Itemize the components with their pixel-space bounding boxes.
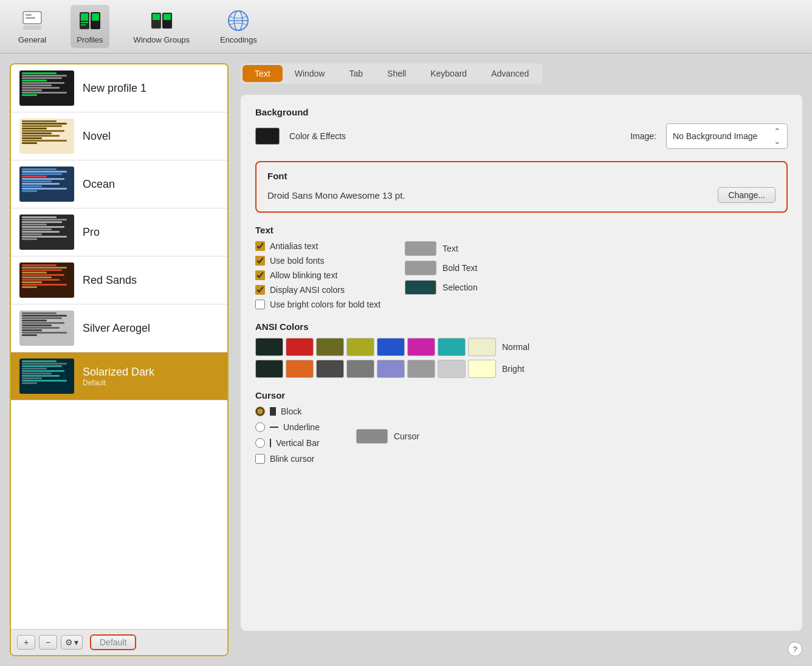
font-section: Font Droid Sans Mono Awesome 13 pt. Chan… [255, 161, 788, 213]
ansi-normal-5[interactable] [407, 338, 435, 356]
profile-item-ocean[interactable]: Ocean [11, 160, 227, 208]
toolbar-item-window-groups[interactable]: Window Groups [128, 5, 196, 48]
profile-item-new-profile[interactable]: New profile 1 [11, 64, 227, 112]
general-icon [20, 9, 44, 33]
toolbar-item-general[interactable]: General [12, 5, 52, 48]
cursor-underline-radio[interactable] [255, 422, 265, 432]
svg-rect-11 [153, 14, 160, 20]
background-color-swatch[interactable] [255, 128, 280, 145]
default-button[interactable]: Default [90, 634, 136, 650]
profile-item-red-sands[interactable]: Red Sands [11, 256, 227, 304]
gear-icon: ⚙ [65, 637, 73, 647]
cursor-title: Cursor [255, 390, 788, 400]
tab-text[interactable]: Text [243, 65, 283, 82]
bright-bold-checkbox[interactable] [255, 300, 265, 309]
font-title: Font [267, 171, 776, 181]
ansi-bright-5[interactable] [407, 360, 435, 378]
bold-fonts-checkbox-row[interactable]: Use bold fonts [255, 256, 380, 266]
background-image-select[interactable]: No Background Image ⌃⌄ [666, 123, 788, 149]
profile-item-novel[interactable]: Novel [11, 112, 227, 160]
svg-rect-9 [92, 13, 99, 21]
blink-text-checkbox[interactable] [255, 270, 265, 280]
ansi-grid: Normal Bright [255, 338, 788, 378]
tab-advanced[interactable]: Advanced [479, 65, 541, 82]
profile-thumbnail-solarized-dark [19, 359, 74, 394]
ansi-bright-2[interactable] [316, 360, 344, 378]
profile-list-empty [11, 400, 227, 629]
blink-cursor-row[interactable]: Blink cursor [255, 454, 320, 464]
toolbar-item-profiles[interactable]: Profiles [71, 5, 109, 48]
ansi-bright-4[interactable] [377, 360, 405, 378]
tab-keyboard[interactable]: Keyboard [418, 65, 479, 82]
bold-text-color-swatch[interactable] [405, 261, 436, 275]
bright-bold-label: Use bright colors for bold text [270, 300, 380, 309]
profile-info-red-sands: Red Sands [83, 274, 137, 287]
toolbar-label-profiles: Profiles [77, 35, 103, 44]
encodings-icon [226, 9, 250, 33]
blink-text-checkbox-row[interactable]: Allow blinking text [255, 270, 380, 280]
cursor-options: Block Underline Vertical Bar [255, 407, 788, 464]
svg-rect-7 [81, 24, 86, 26]
ansi-normal-0[interactable] [255, 338, 283, 356]
remove-profile-button[interactable]: − [39, 635, 57, 650]
antialias-checkbox-row[interactable]: Antialias text [255, 241, 380, 251]
cursor-radio-group: Block Underline Vertical Bar [255, 407, 320, 464]
profile-name-silver-aerogel: Silver Aerogel [83, 322, 150, 335]
cursor-block-icon [270, 407, 276, 416]
profile-info-silver-aerogel: Silver Aerogel [83, 322, 150, 335]
chevron-down-icon: ▾ [74, 637, 78, 647]
ansi-normal-6[interactable] [438, 338, 466, 356]
ansi-normal-3[interactable] [346, 338, 374, 356]
add-profile-button[interactable]: + [17, 635, 35, 650]
change-font-button[interactable]: Change... [718, 187, 776, 203]
tab-shell[interactable]: Shell [375, 65, 418, 82]
background-title: Background [255, 107, 788, 117]
cursor-block-radio[interactable] [255, 407, 265, 416]
ansi-bright-6[interactable] [438, 360, 466, 378]
selection-color-swatch[interactable] [405, 280, 436, 295]
ansi-title: ANSI Colors [255, 321, 788, 332]
profile-item-solarized-dark[interactable]: Solarized Dark Default [11, 352, 227, 400]
profile-subtitle-solarized-dark: Default [83, 379, 154, 387]
text-color-swatch[interactable] [405, 241, 436, 256]
cursor-bar-radio[interactable] [255, 438, 265, 448]
profile-item-silver-aerogel[interactable]: Silver Aerogel [11, 304, 227, 352]
ansi-bright-0[interactable] [255, 360, 283, 378]
ansi-normal-7[interactable] [468, 338, 496, 356]
ansi-normal-1[interactable] [286, 338, 314, 356]
ansi-bright-7[interactable] [468, 360, 496, 378]
text-swatch-label: Text [442, 244, 458, 253]
ansi-colors-checkbox-row[interactable]: Display ANSI colors [255, 285, 380, 295]
profile-thumbnail-silver-aerogel [19, 311, 74, 346]
cursor-underline-row[interactable]: Underline [255, 422, 320, 432]
cursor-block-row[interactable]: Block [255, 407, 320, 416]
profile-name-novel: Novel [83, 130, 111, 143]
background-row: Color & Effects Image: No Background Ima… [255, 123, 788, 149]
cursor-color-swatch[interactable] [356, 429, 388, 444]
profile-item-pro[interactable]: Pro [11, 208, 227, 256]
svg-rect-6 [81, 22, 88, 23]
ansi-normal-4[interactable] [377, 338, 405, 356]
ansi-bright-3[interactable] [346, 360, 374, 378]
cursor-bar-label: Vertical Bar [276, 438, 320, 448]
dropdown-arrow-icon: ⌃⌄ [774, 126, 781, 146]
cursor-bar-row[interactable]: Vertical Bar [255, 438, 320, 448]
tab-window[interactable]: Window [283, 65, 337, 82]
ansi-normal-2[interactable] [316, 338, 344, 356]
antialias-checkbox[interactable] [255, 241, 265, 251]
toolbar-item-encodings[interactable]: Encodings [214, 5, 263, 48]
bright-bold-checkbox-row[interactable]: Use bright colors for bold text [255, 300, 380, 309]
profile-name-ocean: Ocean [83, 178, 115, 191]
help-button[interactable]: ? [788, 642, 802, 656]
gear-menu-button[interactable]: ⚙ ▾ [61, 635, 83, 650]
ansi-bright-1[interactable] [286, 360, 314, 378]
tab-tab[interactable]: Tab [337, 65, 375, 82]
bold-fonts-checkbox[interactable] [255, 256, 265, 266]
blink-cursor-label: Blink cursor [270, 454, 314, 464]
text-section: Text Antialias text Use bold fonts [255, 225, 788, 309]
svg-rect-1 [23, 26, 41, 30]
blink-cursor-checkbox[interactable] [255, 454, 265, 464]
blink-text-label: Allow blinking text [270, 270, 337, 280]
right-panel: Text Window Tab Shell Keyboard Advanced … [229, 63, 802, 656]
ansi-colors-checkbox[interactable] [255, 285, 265, 295]
